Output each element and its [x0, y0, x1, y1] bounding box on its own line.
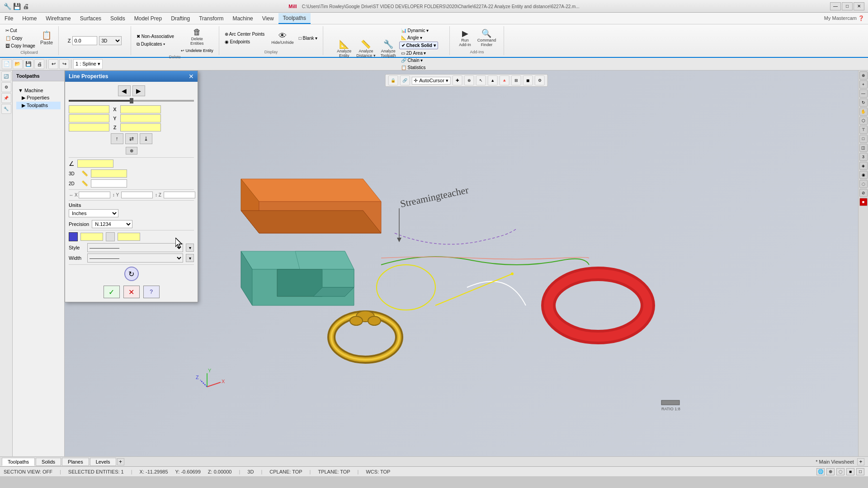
menu-modelprep[interactable]: Model Prep — [130, 14, 166, 23]
lp-slider[interactable] — [69, 100, 194, 102]
xyz-z-input[interactable]: 0.0 — [164, 192, 195, 198]
status-btn5[interactable]: □ — [856, 468, 864, 475]
tb-save[interactable]: 💾 — [24, 59, 33, 69]
maximize-btn[interactable]: □ — [842, 2, 853, 10]
color-num-input[interactable]: 4 — [80, 233, 103, 241]
view-hide[interactable]: ⊘ — [859, 189, 868, 197]
window-controls[interactable]: — □ ✕ — [830, 2, 864, 10]
lp-arrow-dn[interactable]: ⤓ — [140, 133, 152, 144]
z2-input[interactable]: 0.0 — [120, 123, 161, 131]
width-dropdown-btn[interactable]: ▾ — [186, 254, 194, 262]
ac-btn7[interactable]: 🔺 — [500, 75, 509, 85]
menu-home[interactable]: Home — [18, 14, 41, 23]
ac-btn9[interactable]: ◼ — [523, 75, 533, 85]
lp-prev-btn[interactable]: ◀ — [118, 85, 131, 96]
view-side[interactable]: ◫ — [859, 144, 868, 152]
duplicates-btn[interactable]: ⧉ Duplicates ▾ — [135, 41, 176, 48]
tb-redo[interactable]: ↪ — [59, 59, 69, 69]
non-associative-btn[interactable]: ✖ Non-Associative — [135, 33, 176, 40]
menu-drafting[interactable]: Drafting — [166, 14, 194, 23]
units-select[interactable]: Inches Millimeters — [69, 209, 118, 217]
3d-select[interactable]: 3D 2D — [99, 36, 122, 45]
tree-machine[interactable]: ▼ Machine — [16, 87, 61, 94]
view-rotate[interactable]: ↻ — [859, 99, 868, 107]
tab-levels[interactable]: Levels — [90, 458, 116, 466]
lp-btn4[interactable]: 🔧 — [1, 104, 11, 114]
view-wire[interactable]: ◌ — [859, 180, 868, 188]
print-icon[interactable]: 🖨 — [23, 3, 29, 10]
tree-toolpaths[interactable]: ▶ Toolpaths — [16, 102, 61, 109]
view-fit[interactable]: ⊕ — [859, 71, 868, 80]
close-btn[interactable]: ✕ — [854, 2, 864, 10]
command-finder-btn[interactable]: 🔍 CommandFinder — [476, 28, 498, 48]
lp-ok-btn[interactable]: ✓ — [104, 286, 120, 298]
width-select[interactable]: —————— ────── ━━━━━━ — [87, 253, 183, 263]
tb-undo[interactable]: ↩ — [48, 59, 58, 69]
menu-transform[interactable]: Transform — [194, 14, 228, 23]
undelete-btn[interactable]: ↩ Undelete Entity — [179, 47, 215, 54]
area-2d-btn[interactable]: ▭ 2D Area ▾ — [399, 50, 438, 56]
xyz-x-input[interactable]: 2.2897 — [79, 192, 110, 198]
view-shaded[interactable]: ◉ — [859, 171, 868, 179]
z1-input[interactable]: 0.0 — [69, 123, 109, 131]
precision-select[interactable]: N.1234 N.123 N.12 — [92, 220, 132, 228]
2d-length-input[interactable]: 3.5622 — [91, 179, 127, 188]
menu-machine[interactable]: Machine — [228, 14, 257, 23]
ac-btn6[interactable]: ▲ — [488, 75, 498, 85]
lp-endpoint-btn[interactable]: ⊕ — [126, 147, 137, 155]
level-swatch[interactable] — [106, 232, 115, 241]
blank-btn[interactable]: □ Blank ▾ — [297, 35, 320, 42]
z-input[interactable] — [72, 36, 97, 45]
view-color[interactable]: ■ — [859, 198, 868, 206]
level-num-input[interactable]: 1 — [118, 233, 140, 241]
copy-image-btn[interactable]: 🖼 Copy Image — [4, 42, 37, 49]
status-btn2[interactable]: ⊕ — [826, 468, 835, 475]
lp-arrow-up[interactable]: ↑ — [111, 133, 123, 144]
add-tab-btn[interactable]: + — [117, 458, 124, 465]
tb-new[interactable]: 📄 — [2, 59, 12, 69]
menu-file[interactable]: File — [0, 14, 18, 23]
view-top[interactable]: ⊤ — [859, 126, 868, 134]
spline-select[interactable]: 1 : Spline ▾ — [73, 59, 103, 69]
lp-dialog-titlebar[interactable]: Line Properties ✕ — [65, 71, 198, 82]
analyze-entity-btn[interactable]: 📐 AnalyzeEntity — [335, 39, 353, 59]
view-zoom-out[interactable]: — — [859, 89, 868, 98]
cut-btn[interactable]: ✂ Cut — [4, 27, 37, 34]
lp-swap-btn[interactable]: ⇄ — [125, 133, 138, 144]
paste-btn[interactable]: 📋 Paste — [38, 30, 55, 46]
style-select[interactable]: —————— - - - - - · · · · · — [87, 243, 183, 252]
lp-slider-thumb[interactable] — [130, 98, 133, 103]
lp-close-btn[interactable]: ✕ — [189, 73, 194, 80]
view-zoom-in[interactable]: + — [859, 80, 868, 89]
y2-input[interactable]: 1.8174 — [120, 114, 161, 122]
status-btn1[interactable]: 🌐 — [816, 468, 825, 475]
tab-toolpaths[interactable]: Toolpaths — [2, 458, 35, 466]
endpoints-btn[interactable]: ◉ Endpoints — [223, 38, 267, 45]
y1-input[interactable]: -0.9114 — [69, 114, 109, 122]
ac-btn4[interactable]: ⊕ — [464, 75, 474, 85]
arc-center-btn[interactable]: ⊕ Arc Center Points — [223, 31, 267, 38]
tb-open[interactable]: 📂 — [13, 59, 23, 69]
analyze-toolpath-btn[interactable]: 🔧 AnalyzeToolpath — [379, 39, 398, 59]
ac-btn2[interactable]: 🔗 — [400, 75, 410, 85]
ac-btn1[interactable]: 🔒 — [388, 75, 398, 85]
lp-cancel-btn[interactable]: ✕ — [123, 286, 140, 298]
angle-input[interactable]: 50.0 — [77, 160, 113, 168]
menu-view[interactable]: View — [258, 14, 278, 23]
save-icon[interactable]: 💾 — [13, 3, 21, 10]
tree-properties[interactable]: ▶ Properties — [16, 94, 61, 102]
autocursor-dropdown[interactable]: ✛ AutoCursor ▾ — [411, 77, 451, 84]
tab-planes[interactable]: Planes — [62, 458, 89, 466]
angle-btn[interactable]: 📐 Angle ▾ — [399, 34, 438, 41]
tab-solids[interactable]: Solids — [36, 458, 61, 466]
status-btn3[interactable]: ◌ — [836, 468, 844, 475]
dynamic-btn[interactable]: 📊 Dynamic ▾ — [399, 27, 438, 34]
copy-btn[interactable]: 📋 Copy — [4, 35, 37, 42]
menu-solids[interactable]: Solids — [106, 14, 130, 23]
lp-btn1[interactable]: 🔄 — [1, 71, 11, 81]
check-solid-btn[interactable]: ✔ Check Solid ▾ — [399, 42, 438, 49]
hide-unhide-btn[interactable]: 👁 Hide/Unhide — [269, 31, 296, 46]
x1-input[interactable]: -2.4684 — [69, 105, 109, 113]
minimize-btn[interactable]: — — [830, 2, 841, 10]
ac-btn3[interactable]: ✚ — [453, 75, 462, 85]
